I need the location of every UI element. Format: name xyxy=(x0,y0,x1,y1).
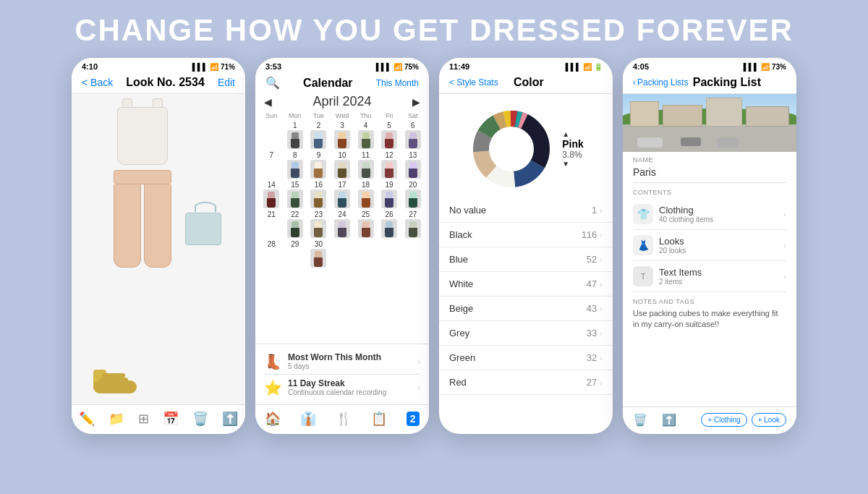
cal-day[interactable] xyxy=(401,239,425,268)
cal-day[interactable]: 24 xyxy=(331,210,354,239)
boot-icon: 👢 xyxy=(264,353,282,370)
share-icon-4[interactable]: ⬆️ xyxy=(662,413,676,427)
cal-day[interactable]: 21 xyxy=(260,210,284,239)
chevron-icon: › xyxy=(600,231,603,239)
calendar-nav-bar: 🔍 Calendar This Month xyxy=(255,73,429,93)
cal-day[interactable]: 2 xyxy=(307,121,331,150)
streak-label: 11 Day Streak xyxy=(288,378,386,388)
home-icon-2[interactable]: 🏠 xyxy=(265,411,281,427)
this-month-button[interactable]: This Month xyxy=(376,78,419,88)
chevron-icon: › xyxy=(600,354,603,362)
list-item[interactable]: 👗 Looks 20 looks › xyxy=(633,230,786,261)
cal-day[interactable]: 27 xyxy=(401,210,425,239)
cal-day[interactable]: 20 xyxy=(401,180,425,209)
share-icon[interactable]: ⬆️ xyxy=(222,411,238,427)
cal-day[interactable]: 15 xyxy=(284,180,307,209)
streak-row[interactable]: ⭐ 11 Day Streak Continuous calendar reco… xyxy=(264,375,420,400)
cal-day[interactable] xyxy=(260,121,284,150)
color-name-label: Black xyxy=(449,229,582,240)
status-icons-3: ▌▌▌ 📶 🔋 xyxy=(566,63,603,71)
time-3: 11:49 xyxy=(449,62,469,71)
cal-day[interactable] xyxy=(378,239,401,268)
cal-day[interactable]: 5 xyxy=(378,121,401,150)
cal-day[interactable]: 13 xyxy=(401,150,425,179)
day-thu: Thu xyxy=(354,112,378,119)
prev-month-button[interactable]: ◀ xyxy=(264,96,272,108)
add-buttons: + Clothing + Look xyxy=(701,413,786,427)
cal-day[interactable]: 17 xyxy=(331,180,354,209)
day-tue: Tue xyxy=(307,112,331,119)
cal-day[interactable]: 8 xyxy=(284,150,307,179)
trash-icon-4[interactable]: 🗑️ xyxy=(633,413,647,427)
cal-day[interactable]: 4 xyxy=(354,121,378,150)
cal-week-3: 14 15 16 17 18 19 20 xyxy=(260,180,425,209)
cal-day[interactable]: 6 xyxy=(401,121,425,150)
donut-pct: 3.8% xyxy=(562,150,582,160)
packing-lists-label[interactable]: Packing Lists xyxy=(637,77,689,88)
next-month-button[interactable]: ▶ xyxy=(412,96,420,108)
cal-day[interactable]: 11 xyxy=(354,150,378,179)
bottom-actions: 🗑️ ⬆️ xyxy=(633,413,676,427)
paris-photo xyxy=(623,94,796,152)
most-worn-label: Most Worn This Month xyxy=(288,352,381,362)
add-clothing-button[interactable]: + Clothing xyxy=(701,413,746,427)
num2-icon-2[interactable]: 2 xyxy=(407,412,420,426)
list-item[interactable]: Beige 43 › xyxy=(439,297,613,321)
tank-top-item xyxy=(114,107,171,176)
list-item[interactable]: Black 116 › xyxy=(439,223,613,247)
list-item[interactable]: Blue 52 › xyxy=(439,247,613,272)
packing-lists-back[interactable]: ‹ xyxy=(633,77,636,88)
cal-day[interactable]: 12 xyxy=(378,150,401,179)
list-item[interactable]: Green 32 › xyxy=(439,346,613,370)
back-button-1[interactable]: < Back xyxy=(82,77,113,88)
grid-icon[interactable]: ⊞ xyxy=(138,411,149,427)
list-item[interactable]: White 47 › xyxy=(439,272,613,297)
trash-icon[interactable]: 🗑️ xyxy=(192,411,208,427)
cal-day[interactable]: 7 xyxy=(260,150,284,179)
list-item[interactable]: 👕 Clothing 40 clothing items › xyxy=(633,199,786,230)
cal-day[interactable]: 26 xyxy=(378,210,401,239)
cal-day[interactable]: 25 xyxy=(354,210,378,239)
calendar-icon[interactable]: 📅 xyxy=(163,411,179,427)
text-items-sub: 2 items xyxy=(659,278,778,286)
color-count: 47 xyxy=(587,278,597,289)
cal-day[interactable]: 9 xyxy=(307,150,331,179)
list-item[interactable]: No value 1 › xyxy=(439,198,613,223)
cal-day[interactable]: 18 xyxy=(354,180,378,209)
hanger-icon-2[interactable]: 👔 xyxy=(300,411,316,427)
search-icon-cal[interactable]: 🔍 xyxy=(265,76,280,90)
cal-day[interactable]: 30 xyxy=(307,239,331,268)
cal-day[interactable]: 19 xyxy=(378,180,401,209)
list-item[interactable]: Grey 33 › xyxy=(439,321,613,346)
outfit-display xyxy=(72,94,245,404)
edit-icon[interactable]: ✏️ xyxy=(79,411,95,427)
cal-day[interactable]: 16 xyxy=(307,180,331,209)
cal-day[interactable]: 23 xyxy=(307,210,331,239)
edit-button[interactable]: Edit xyxy=(218,77,235,88)
cal-day[interactable] xyxy=(331,239,354,268)
cal-day[interactable]: 22 xyxy=(284,210,307,239)
folder-icon[interactable]: 📁 xyxy=(109,411,124,427)
cal-day[interactable]: 1 xyxy=(284,121,307,150)
most-worn-row[interactable]: 👢 Most Worn This Month 5 days › xyxy=(264,349,420,375)
wifi-icon-4: 📶 xyxy=(761,63,770,71)
clothing-icon: 👕 xyxy=(633,204,653,224)
cal-day[interactable]: 3 xyxy=(331,121,354,150)
cal-day[interactable]: 14 xyxy=(260,180,284,209)
day-sun: Sun xyxy=(260,112,284,119)
style-stats-back[interactable]: < Style Stats xyxy=(449,77,498,88)
cal-day[interactable]: 28 xyxy=(260,239,284,268)
status-icons-4: ▌▌▌ 📶 73% xyxy=(744,63,786,71)
cal-day[interactable] xyxy=(354,239,378,268)
list-item[interactable]: T Text Items 2 items › xyxy=(633,261,786,292)
color-count: 33 xyxy=(587,328,597,338)
fork-icon-2[interactable]: 🍴 xyxy=(336,411,352,427)
list-item[interactable]: Red 27 › xyxy=(439,370,613,395)
cal-day[interactable]: 29 xyxy=(284,239,307,268)
cal-day[interactable]: 10 xyxy=(331,150,354,179)
clothing-sub: 40 clothing items xyxy=(659,216,778,223)
add-look-button[interactable]: + Look xyxy=(752,413,786,427)
list-icon-2[interactable]: 📋 xyxy=(371,411,387,427)
contents-label: CONTENTS xyxy=(633,189,786,196)
day-fri: Fri xyxy=(378,112,401,119)
